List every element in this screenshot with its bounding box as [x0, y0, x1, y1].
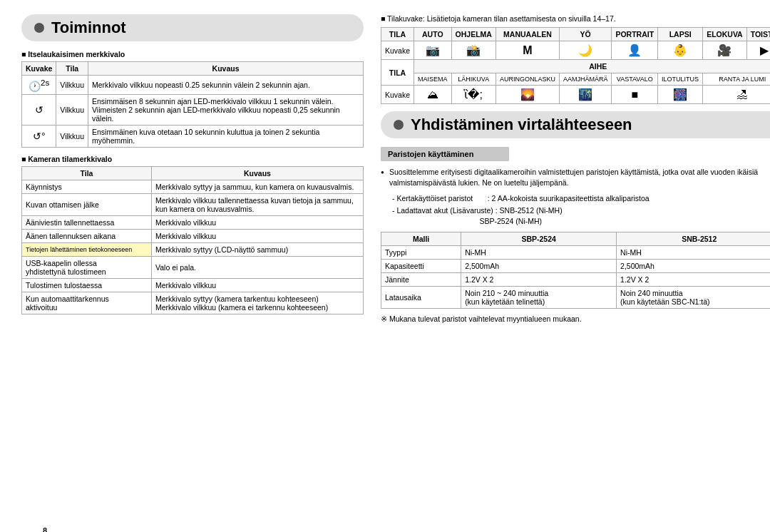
- sbp-jannite: 1.2V X 2: [461, 273, 617, 287]
- battery-intro-item: Suosittelemme erityisesti digitaalikamer…: [381, 167, 770, 188]
- bullet-icon2: [394, 120, 404, 130]
- tila-note: ■ Tilakuvake: Lisätietoja kameran tilan …: [381, 14, 770, 23]
- toiminnot-title: Toiminnot: [21, 14, 364, 41]
- sbp-kapasiteetti: 2,500mAh: [461, 260, 617, 273]
- aihe-headers-row: MAISEMA LÄHIKUVA AURINGONLASKU AAMJHÄMÄR…: [381, 73, 771, 86]
- sbp-lataus: Noin 210 ~ 240 minuuttia(kun käytetään t…: [461, 287, 617, 309]
- kuvaus-cell: Merkkivalo syttyy (kamera tarkentuu koht…: [152, 292, 364, 314]
- kuvake-row2: Kuvake ⛰ ἳ�; 🌄 🌃 ■ 🎆 🏖: [381, 86, 771, 104]
- tyyppi-label: Tyyppi: [381, 246, 461, 260]
- latausaika-label: Latausaika: [381, 287, 461, 309]
- snb-header: SNB-2512: [617, 232, 770, 246]
- battery-sub-list: Kertakäyttöiset paristot : 2 AA-kokoista…: [381, 193, 770, 226]
- table-row: ↺ Vilkkuu Ensimmäisen 8 sekunnin ajan LE…: [22, 94, 364, 125]
- icon-manuaalen: M: [496, 41, 559, 60]
- col-kuvaus: Kuvaus: [88, 62, 364, 76]
- camera-status-table: Tila Kuvaus Käynnistys Merkkivalo syttyy…: [21, 166, 364, 314]
- auto-header: AUTO: [414, 28, 452, 41]
- icon-cell: ↺: [22, 94, 56, 125]
- page-number: 8: [43, 526, 47, 532]
- icon-vastavalo: ■: [612, 86, 658, 104]
- kapasiteetti-label: Kapasiteetti: [381, 260, 461, 273]
- snb-lataus: Noin 240 minuuttia(kun käytetään SBC-N1:…: [617, 287, 770, 309]
- col-tila: Tila: [56, 62, 88, 76]
- col-kuvake: Kuvake: [22, 62, 56, 76]
- table-row: Ääniviestin tallennettaessa Merkkivalo v…: [22, 215, 364, 229]
- aihe-label: AIHE: [414, 60, 770, 73]
- jannite-label: Jännite: [381, 273, 461, 287]
- icon-cell: 🕐2s: [22, 76, 56, 95]
- col-kuvaus2: Kuvaus: [152, 166, 364, 180]
- table-row: ↺° Vilkkuu Ensimmäinen kuva otetaan 10 s…: [22, 125, 364, 147]
- tila-cell: Kun automaattitarkennusaktivoituu: [22, 292, 152, 314]
- tila-cell: Tulostimen tulostaessa: [22, 278, 152, 292]
- kuvaus-cell: Merkkivalo vilkkuu nopeasti 0.25 sekunni…: [88, 76, 364, 95]
- kuvaus-cell: Merkkivalo syttyy (LCD-näyttö sammuu): [152, 242, 364, 256]
- kuvake-label: Kuvake: [381, 41, 414, 60]
- table-row: Tulostimen tulostaessa Merkkivalo vilkku…: [22, 278, 364, 292]
- portrait-header: PORTRAIT: [612, 28, 658, 41]
- table-row: 🕐2s Vilkkuu Merkkivalo vilkkuu nopeasti …: [22, 76, 364, 95]
- table-row: Kapasiteetti 2,500mAh 2,500mAh: [381, 260, 771, 273]
- table-row: Äänen tallennuksen aikana Merkkivalo vil…: [22, 229, 364, 242]
- icon-ohjelma: 📸: [451, 41, 496, 60]
- table-row: Tietojen lähettäminen tietokoneeseen Mer…: [22, 242, 364, 256]
- camera-status-label: Kameran tilamerkkivalo: [21, 155, 364, 163]
- kuvake-row1: Kuvake 📷 📸 M 🌙 👤 👶 🎥 ▶: [381, 41, 771, 60]
- kuvaus-cell: Ensimmäisen 8 sekunnin ajan LED-merkkiva…: [88, 94, 364, 125]
- tila-cell: Äänen tallennuksen aikana: [22, 229, 152, 242]
- icon-aamjhamara: 🌃: [559, 86, 612, 104]
- kuvaus-cell: Ensimmäinen kuva otetaan 10 sekunnin kul…: [88, 125, 364, 147]
- icon-lahikuva: ἳ�;: [451, 86, 496, 104]
- self-timer-label: Itselaukaisimen merkkivalo: [21, 50, 364, 58]
- icon-auto: 📷: [414, 41, 452, 60]
- icon-yo: 🌙: [559, 41, 612, 60]
- yo-header: YÖ: [559, 28, 612, 41]
- bullet-icon: [34, 23, 44, 33]
- sub-list-item: Ladattavat akut (Lisävaruste) : SNB-2512…: [392, 205, 770, 226]
- maisema-header: MAISEMA: [414, 73, 452, 86]
- mode-table: TILA AUTO OHJELMA MANUAALEN YÖ PORTRAIT …: [381, 27, 770, 104]
- tila-cell: USB-kaapelin ollessayhdistettynä tulosti…: [22, 256, 152, 278]
- lahikuva-header: LÄHIKUVA: [451, 73, 496, 86]
- kuvaus-cell: Merkkivalo vilkkuu: [152, 229, 364, 242]
- tila-cell: Vilkkuu: [56, 76, 88, 95]
- kuvaus-cell: Valo ei pala.: [152, 256, 364, 278]
- battery-note: Mukana tulevat paristot vaihtelevat myyn…: [381, 314, 770, 323]
- aurinko-header: AURINGONLASKU: [496, 73, 559, 86]
- tila-label2: TILA: [381, 60, 414, 86]
- battery-intro-list: Suosittelemme erityisesti digitaalikamer…: [381, 167, 770, 188]
- battery-heading: Paristojen käyttäminen: [381, 147, 509, 161]
- self-timer-table: Kuvake Tila Kuvaus 🕐2s Vilkkuu Merkkival…: [21, 61, 364, 148]
- sbp-tyyppi: Ni-MH: [461, 246, 617, 260]
- snb-tyyppi: Ni-MH: [617, 246, 770, 260]
- table-row: Latausaika Noin 210 ~ 240 minuuttia(kun …: [381, 287, 771, 309]
- col-tila2: Tila: [22, 166, 152, 180]
- aamjhamara-header: AAMJHÄMÄRÄ: [559, 73, 612, 86]
- malli-header: Malli: [381, 232, 461, 246]
- battery-table: Malli SBP-2524 SNB-2512 Tyyppi Ni-MH Ni-…: [381, 232, 770, 309]
- icon-portrait: 👤: [612, 41, 658, 60]
- yhdistaminen-title: Yhdistäminen virtalähteeseen: [381, 111, 770, 138]
- table-row: Kuvan ottamisen jälke Merkkivalo vilkkuu…: [22, 193, 364, 215]
- kuvaus-cell: Merkkivalo vilkkuu: [152, 215, 364, 229]
- elokuva-header: ELOKUVA: [703, 28, 747, 41]
- icon-aurinko: 🌄: [496, 86, 559, 104]
- kuvaus-cell: Merkkivalo vilkkuu: [152, 278, 364, 292]
- ranta-header: RANTA JA LUMI: [703, 73, 770, 86]
- tila-cell: Vilkkuu: [56, 94, 88, 125]
- sub-list-item: Kertakäyttöiset paristot : 2 AA-kokoista…: [392, 193, 770, 204]
- tila-cell: Vilkkuu: [56, 125, 88, 147]
- table-row: USB-kaapelin ollessayhdistettynä tulosti…: [22, 256, 364, 278]
- lapsi-header: LAPSI: [658, 28, 703, 41]
- vastavalo-header: VASTAVALO: [612, 73, 658, 86]
- toisto-header: TOISTO: [746, 28, 770, 41]
- tila-cell: Tietojen lähettäminen tietokoneeseen: [22, 242, 152, 256]
- kuvaus-cell: Merkkivalo vilkkuu tallennettaessa kuvan…: [152, 193, 364, 215]
- icon-toisto: ▶: [746, 41, 770, 60]
- table-row: Käynnistys Merkkivalo syttyy ja sammuu, …: [22, 180, 364, 193]
- icon-cell: ↺°: [22, 125, 56, 147]
- icon-elokuva: 🎥: [703, 41, 747, 60]
- table-row: Kun automaattitarkennusaktivoituu Merkki…: [22, 292, 364, 314]
- snb-jannite: 1.2V X 2: [617, 273, 770, 287]
